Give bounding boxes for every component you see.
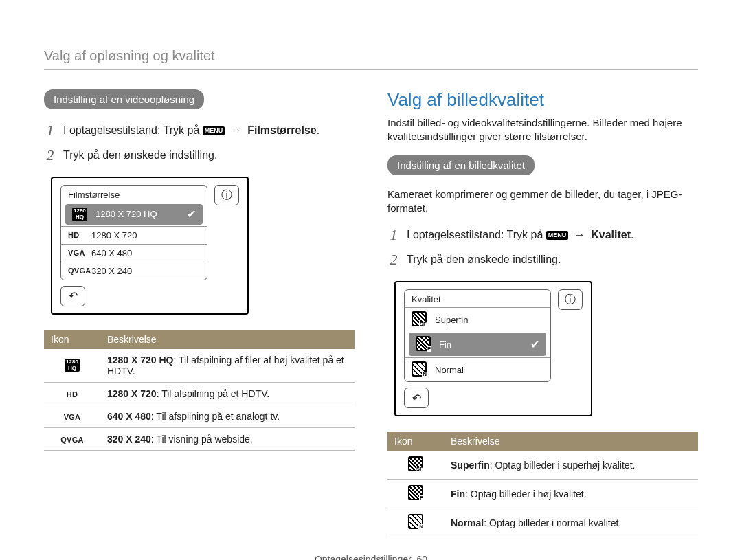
th-beskrivelse: Beskrivelse	[100, 330, 355, 349]
superfine-icon	[412, 311, 435, 328]
quality-desc-table: Ikon Beskrivelse Superfin: Optag billede…	[387, 432, 698, 537]
arrow-icon: →	[574, 229, 585, 240]
desc-cell: 1280 X 720 HQ: Til afspilning af filer a…	[100, 349, 355, 383]
step-1: 1 I optagelsestilstand: Tryk på MENU → F…	[44, 122, 355, 139]
desc-cell: Superfin: Optag billeder i superhøj kval…	[444, 451, 698, 480]
right-column: Valg af billedkvalitet Indstil billed- o…	[387, 89, 698, 537]
screen-row-fin[interactable]: Fin ✔	[409, 333, 546, 356]
vga-icon: VGA	[68, 249, 91, 257]
screen-panel: Kvalitet Superfin Fin ✔	[404, 289, 551, 382]
left-column: Indstilling af en videoopløsning 1 I opt…	[44, 89, 355, 537]
row-label: Normal	[435, 365, 543, 375]
row-label: Fin	[439, 339, 530, 350]
back-button[interactable]: ↶	[404, 388, 429, 408]
section-title: Valg af billedkvalitet	[387, 89, 698, 111]
pill-image-quality: Indstilling af en billedkvalitet	[387, 155, 535, 175]
table-row: Normal: Optag billeder i normal kvalitet…	[387, 508, 698, 537]
step-number: 2	[44, 146, 56, 164]
video-desc-table: Ikon Beskrivelse 1280HQ 1280 X 720 HQ: T…	[44, 330, 355, 451]
row-label: 320 X 240	[91, 266, 200, 276]
normal-icon	[412, 361, 435, 378]
th-ikon: Ikon	[44, 330, 100, 349]
page-footer: Optagelsesindstillinger 60	[44, 554, 698, 560]
desc-cell: Normal: Optag billeder i normal kvalitet…	[444, 508, 698, 537]
superfine-icon	[387, 451, 444, 480]
pill-video-resolution: Indstilling af en videoopløsning	[44, 89, 204, 109]
hd-icon: HD	[44, 382, 100, 405]
menu-icon: MENU	[546, 231, 569, 240]
table-row: QVGA 320 X 240: Til visning på webside.	[44, 427, 355, 450]
check-icon: ✔	[530, 338, 539, 351]
step-text: Tryk på den ønskede indstilling.	[63, 149, 217, 161]
step-tail: .	[631, 229, 633, 240]
camera-screen-right: Kvalitet Superfin Fin ✔	[394, 281, 592, 416]
row-label: 640 X 480	[91, 248, 200, 258]
table-row: Superfin: Optag billeder i superhøj kval…	[387, 451, 698, 480]
vga-icon: VGA	[44, 405, 100, 427]
qvga-icon: QVGA	[68, 267, 91, 275]
hd1280-icon: 1280HQ	[44, 349, 100, 383]
steps-right: 1 I optagelsestilstand: Tryk på MENU → K…	[387, 226, 698, 269]
step-number: 2	[387, 251, 400, 269]
step-pre: I optagelsestilstand: Tryk på	[63, 124, 203, 136]
step-tail: .	[317, 124, 319, 136]
step-bold: Kvalitet	[591, 229, 631, 240]
info-button[interactable]: ⓘ	[558, 289, 583, 310]
screen-row-640[interactable]: VGA 640 X 480	[61, 244, 207, 262]
check-icon: ✔	[187, 208, 196, 221]
desc-cell: Fin: Optag billeder i høj kvalitet.	[444, 480, 698, 508]
step-bold: Filmstørrelse	[247, 124, 316, 136]
fine-icon	[387, 480, 444, 508]
step-text: Tryk på den ønskede indstilling.	[407, 254, 561, 266]
screen-row-normal[interactable]: Normal	[405, 357, 550, 381]
row-label: 1280 X 720 HQ	[95, 209, 187, 219]
desc-cell: 320 X 240: Til visning på webside.	[100, 427, 355, 450]
info-button[interactable]: ⓘ	[214, 185, 239, 205]
step-pre: I optagelsestilstand: Tryk på	[407, 229, 546, 240]
screen-panel: Filmstørrelse 1280HQ 1280 X 720 HQ ✔ HD …	[60, 185, 207, 280]
table-row: VGA 640 X 480: Til afspilning på et anal…	[44, 405, 355, 427]
screen-title: Kvalitet	[405, 290, 550, 307]
arrow-icon: →	[231, 124, 242, 136]
footer-page: 60	[417, 554, 428, 560]
row-label: Superfin	[435, 315, 543, 325]
breadcrumb: Valg af opløsning og kvalitet	[44, 48, 698, 64]
jpeg-text: Kameraet komprimerer og gemmer de billed…	[387, 188, 698, 216]
desc-cell: 640 X 480: Til afspilning på et analogt …	[100, 405, 355, 427]
qvga-icon: QVGA	[44, 427, 100, 450]
table-row: HD 1280 X 720: Til afspilning på et HDTV…	[44, 382, 355, 405]
step-2: 2 Tryk på den ønskede indstilling.	[44, 146, 355, 164]
step-number: 1	[44, 122, 56, 139]
hd1280-icon: 1280HQ	[72, 208, 95, 221]
steps-left: 1 I optagelsestilstand: Tryk på MENU → F…	[44, 122, 355, 164]
step-1: 1 I optagelsestilstand: Tryk på MENU → K…	[387, 226, 698, 244]
screen-title: Filmstørrelse	[61, 186, 207, 203]
step-number: 1	[387, 226, 400, 244]
camera-screen-left: Filmstørrelse 1280HQ 1280 X 720 HQ ✔ HD …	[51, 177, 249, 315]
normal-icon	[387, 508, 444, 537]
intro-text: Indstil billed- og videokvalitetsindstil…	[387, 116, 698, 144]
th-beskrivelse: Beskrivelse	[444, 432, 698, 451]
step-2: 2 Tryk på den ønskede indstilling.	[387, 251, 698, 269]
th-ikon: Ikon	[387, 432, 444, 451]
row-label: 1280 X 720	[91, 230, 200, 240]
footer-section: Optagelsesindstillinger	[315, 554, 412, 560]
table-row: Fin: Optag billeder i høj kvalitet.	[387, 480, 698, 508]
desc-cell: 1280 X 720: Til afspilning på et HDTV.	[100, 382, 355, 405]
screen-row-1280[interactable]: HD 1280 X 720	[61, 226, 207, 244]
screen-row-superfin[interactable]: Superfin	[405, 307, 550, 331]
screen-row-320[interactable]: QVGA 320 X 240	[61, 262, 207, 280]
table-row: 1280HQ 1280 X 720 HQ: Til afspilning af …	[44, 349, 355, 383]
hd-icon: HD	[68, 231, 91, 239]
screen-row-1280hq[interactable]: 1280HQ 1280 X 720 HQ ✔	[65, 204, 203, 225]
back-button[interactable]: ↶	[60, 286, 85, 306]
step-text: I optagelsestilstand: Tryk på MENU → Kva…	[407, 229, 633, 241]
menu-icon: MENU	[203, 126, 225, 135]
fine-icon	[416, 336, 439, 352]
step-text: I optagelsestilstand: Tryk på MENU → Fil…	[63, 124, 319, 137]
divider	[44, 69, 698, 70]
